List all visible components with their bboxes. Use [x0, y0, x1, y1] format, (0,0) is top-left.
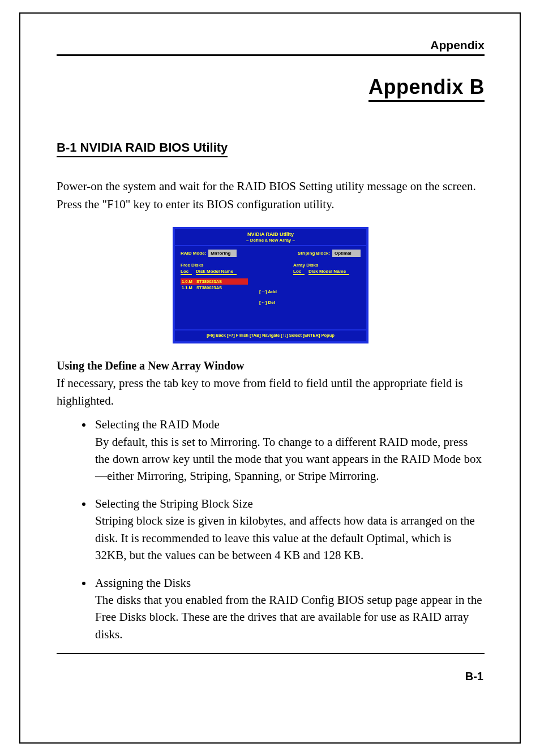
bios-top-fields: RAID Mode: Mirroring Striping Block: Opt…	[175, 250, 366, 263]
disk-model: ST380023AS	[196, 279, 222, 284]
del-button[interactable]: [←] Del	[259, 297, 282, 308]
free-disks-column: Free Disks Loc Disk Model Name 1.0.M ST3…	[181, 263, 248, 325]
page-number: B-1	[465, 670, 483, 683]
raid-mode-field[interactable]: Mirroring	[208, 250, 237, 257]
free-disk-row[interactable]: 1.1.M ST380023AS	[181, 285, 248, 291]
add-del-controls: [→] Add [←] Del	[259, 263, 282, 325]
free-disks-list[interactable]: 1.0.M ST380023AS 1.1.M ST380023AS	[181, 278, 248, 325]
disk-loc: 1.1.M	[182, 285, 195, 290]
add-button[interactable]: [→] Add	[259, 286, 282, 297]
list-item-title: Selecting the RAID Mode	[95, 418, 220, 431]
running-header: Appendix	[57, 38, 485, 54]
bios-disk-columns: Free Disks Loc Disk Model Name 1.0.M ST3…	[175, 263, 366, 329]
bios-title: NVIDIA RAID Utility	[175, 229, 366, 238]
list-item: Selecting the Striping Block Size Stripi…	[93, 495, 485, 564]
list-item-title: Selecting the Striping Block Size	[95, 497, 253, 510]
list-item-body: The disks that you enabled from the RAID…	[95, 593, 482, 641]
col-model-heading: Disk Model Name	[196, 269, 237, 276]
striping-block-label: Striping Block:	[298, 251, 330, 256]
bios-window: NVIDIA RAID Utility – Define a New Array…	[173, 227, 368, 343]
striping-block-field[interactable]: Optimal	[332, 250, 361, 257]
bios-divider	[175, 245, 366, 246]
list-item-title: Assigning the Disks	[95, 576, 191, 590]
disk-model: ST380023AS	[196, 285, 222, 290]
footer-rule	[57, 653, 485, 654]
page-content: Appendix Appendix B B-1 NVIDIA RAID BIOS…	[57, 38, 485, 653]
col-loc-heading: Loc	[181, 269, 192, 276]
bios-subtitle: – Define a New Array –	[175, 238, 366, 245]
array-disks-column: Array Disks Loc Disk Model Name	[293, 263, 361, 325]
list-item-body: By default, this is set to Mirroring. To…	[95, 435, 482, 483]
section-heading: B-1 NVIDIA RAID BIOS Utility	[57, 140, 228, 157]
raid-mode-label: RAID Mode:	[181, 251, 206, 256]
subsection-lead: If necessary, press the tab key to move …	[57, 375, 485, 409]
list-item: Assigning the Disks The disks that you e…	[93, 574, 485, 643]
intro-paragraph: Power-on the system and wait for the RAI…	[57, 178, 485, 213]
free-disks-heading: Free Disks	[181, 263, 203, 268]
header-rule	[57, 54, 485, 56]
array-disks-heading: Array Disks	[293, 263, 318, 268]
col-model-heading: Disk Model Name	[308, 269, 349, 276]
col-loc-heading: Loc	[293, 269, 305, 276]
instruction-list: Selecting the RAID Mode By default, this…	[57, 416, 485, 643]
disk-loc: 1.0.M	[182, 279, 195, 284]
bios-screenshot: NVIDIA RAID Utility – Define a New Array…	[173, 227, 368, 343]
free-disk-row[interactable]: 1.0.M ST380023AS	[181, 278, 248, 285]
list-item: Selecting the RAID Mode By default, this…	[93, 416, 485, 485]
subsection-title: Using the Define a New Array Window	[57, 359, 485, 372]
chapter-title: Appendix B	[368, 75, 485, 102]
list-item-body: Striping block size is given in kilobyte…	[95, 514, 475, 562]
array-disks-list[interactable]	[293, 278, 361, 325]
bios-footer-keys: [F6] Back [F7] Finish [TAB] Navigate [↑↓…	[175, 329, 366, 341]
